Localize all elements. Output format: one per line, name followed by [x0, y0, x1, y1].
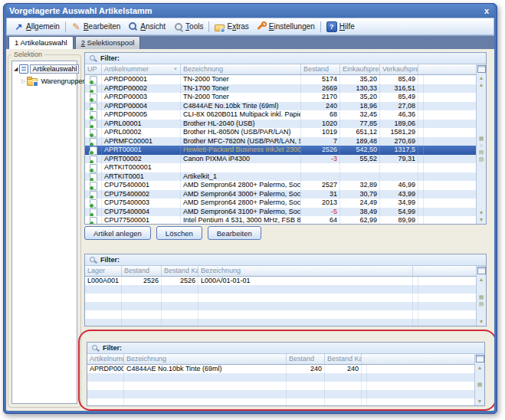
scroll-up-icon[interactable]: ▲	[477, 81, 486, 88]
table-row[interactable]: APRDP00005CLI-8X 0620B011 Multipack inkl…	[85, 110, 476, 120]
grid-tool-icon[interactable]: ▦	[475, 381, 484, 388]
table-row[interactable]: APRDP00002TN-1700 Toner2669130,33316,51	[85, 84, 476, 94]
column-chooser-icon[interactable]	[477, 267, 486, 274]
grid-side-strip[interactable]: ▲▦▤▼	[476, 266, 486, 326]
table-row[interactable]: CPU77500001Intel Pentium 4 531, 3000 MHz…	[85, 216, 476, 224]
cell: 43,99	[380, 190, 418, 199]
l-schen-button[interactable]: Löschen	[156, 226, 202, 240]
cell: 542,50	[340, 146, 380, 155]
menu-item-ansicht[interactable]: Ansicht	[124, 20, 169, 33]
column-header-bestand-kalk[interactable]: Bestand Kalk..	[325, 354, 362, 364]
cell	[85, 128, 102, 137]
menu-item-label: Allgemein	[26, 22, 60, 31]
cell	[124, 382, 287, 390]
cell	[198, 319, 413, 326]
column-header-artikelnummer[interactable]: Artikelnummer▼	[102, 64, 181, 74]
table-row[interactable]: APRT00001Hewlett-Packard Business InkJet…	[85, 146, 476, 155]
scroll-down-icon[interactable]: ▼	[477, 216, 486, 223]
table-row[interactable]: APRL00002Brother HL-8050N (USB/PAR/LAN)1…	[85, 128, 476, 137]
detail-grid[interactable]: Filter:ArtikelnummerBezeichnungBestandBe…	[87, 342, 485, 406]
table-row[interactable]: APRT00002Canon PIXMA iP4300-355,5279,31	[85, 155, 476, 164]
grid-header-row[interactable]: ArtikelnummerBezeichnungBestandBestand K…	[87, 354, 474, 365]
table-row[interactable]: CPU75400002AMD Sempron64 3000+ Palermo, …	[85, 190, 476, 199]
cell	[124, 390, 287, 399]
grid-filter-row[interactable]: Filter:	[85, 254, 486, 266]
table-row[interactable]	[85, 310, 476, 319]
table-row[interactable]	[85, 319, 476, 326]
close-icon[interactable]: x	[482, 6, 491, 15]
table-row[interactable]	[85, 285, 476, 294]
bearbeiten-button[interactable]: Bearbeiten	[208, 226, 261, 240]
expand-arrow-icon[interactable]: ▷	[21, 78, 25, 84]
table-row[interactable]: CPU75400003AMD Sempron64 2800+ Palermo, …	[85, 199, 476, 208]
table-row[interactable]	[87, 373, 474, 382]
column-header-einkaufspreis[interactable]: Einkaufspreis	[340, 64, 380, 74]
grid-tool-icon[interactable]: ▨	[477, 156, 486, 162]
grid-tool-icon[interactable]: ▦	[477, 135, 486, 142]
scroll-down-icon[interactable]: ▼	[477, 209, 486, 216]
title-bar[interactable]: Vorgelagerte Auswahl Artikelstamm x	[6, 4, 494, 18]
column-header-bezeichnung[interactable]: Bezeichnung	[181, 64, 301, 74]
table-row[interactable]	[85, 294, 476, 302]
menu-item-einstellungen[interactable]: Einstellungen	[253, 20, 319, 33]
tree-item-artikelauswahl[interactable]: ◢Artikelauswahl	[12, 64, 77, 74]
table-row[interactable]	[87, 399, 474, 405]
column-chooser-icon[interactable]	[476, 355, 484, 363]
column-header-bezeichnung[interactable]: Bezeichnung	[198, 266, 413, 276]
grid-tool-icon[interactable]: ▤	[477, 149, 486, 156]
scroll-up-icon[interactable]: ▲	[477, 74, 486, 81]
menu-item-allgemein[interactable]: ↗Allgemein	[10, 20, 64, 33]
scroll-down-icon[interactable]: ▼	[475, 398, 484, 405]
table-row[interactable]: L000A00125262526L000A/01-01-01	[85, 277, 476, 285]
column-header-verkaufspreis[interactable]: Verkaufspreis	[380, 64, 418, 74]
column-chooser-icon[interactable]	[477, 65, 486, 73]
table-row[interactable]	[87, 390, 474, 399]
column-header-lager[interactable]: Lager	[85, 266, 122, 276]
scroll-up-icon[interactable]: ▲	[475, 364, 484, 371]
column-header-bestand[interactable]: Bestand	[301, 64, 340, 74]
table-row[interactable]: APRDP00004C4844AE No.10bk Tinte (69ml)24…	[87, 365, 474, 373]
column-header-bestand-kalk[interactable]: Bestand Kalk..	[162, 266, 198, 276]
articles-grid[interactable]: Filter:UPArtikelnummer▼BezeichnungBestan…	[84, 52, 487, 225]
scroll-up-icon[interactable]: ▲	[477, 276, 486, 283]
grid-header-row[interactable]: LagerBestandBestand Kalk..Bezeichnung	[85, 266, 476, 277]
lager-grid[interactable]: Filter:LagerBestandBestand Kalk..Bezeich…	[84, 254, 487, 326]
collapse-arrow-icon[interactable]: ◢	[14, 66, 18, 72]
hilfe-icon: ?	[326, 21, 337, 32]
cell	[85, 190, 102, 199]
column-header-artikelnummer[interactable]: Artikelnummer	[87, 354, 124, 364]
column-header-bestand[interactable]: Bestand	[122, 266, 162, 276]
menu-item-hilfe[interactable]: ?Hilfe	[323, 20, 359, 34]
table-row[interactable]: APRDP00004C4844AE No.10bk Tinte (69ml)24…	[85, 102, 476, 111]
tab-1-artikelauswahl[interactable]: 1 Artikelauswahl	[8, 36, 74, 49]
grid-side-strip[interactable]: ▲▦▼	[474, 354, 484, 405]
grid-filter-row[interactable]: Filter:	[87, 343, 484, 354]
grid-tool-icon[interactable]: ○	[477, 142, 486, 149]
table-row[interactable]: ARTKIT0001Artikelkit_1	[85, 172, 476, 182]
grid-tool-icon[interactable]: ▦	[477, 294, 486, 300]
menu-item-extras[interactable]: Extras	[211, 19, 252, 34]
grid-filter-row[interactable]: Filter:	[85, 53, 486, 64]
table-row[interactable]: APRL00001Brother HL-2040 (USB)102077,851…	[85, 120, 476, 129]
menu-item-tools[interactable]: Tools	[169, 20, 207, 33]
artikel-anlegen-button[interactable]: Artikel anlegen	[84, 226, 151, 240]
table-row[interactable]: APRDP00001TN-2000 Toner517435,2085,49	[85, 75, 476, 84]
table-row[interactable]	[87, 382, 474, 390]
grid-tool-icon[interactable]: ▤	[477, 300, 486, 307]
tree-item-warengruppen[interactable]: ▷Warengruppen	[12, 77, 77, 86]
scroll-down-icon[interactable]: ▼	[477, 318, 486, 325]
tab-2-selektionspool[interactable]: 2 Selektionspool	[75, 36, 141, 49]
menu-item-bearbeiten[interactable]: ✎Bearbeiten	[67, 20, 124, 33]
column-header-up[interactable]: UP	[85, 64, 102, 74]
grid-side-strip[interactable]: ▲▲▦○▤▨▼▼	[476, 64, 486, 224]
table-row[interactable]: CPU75400004AMD Sempron64 3100+ Palermo, …	[85, 208, 476, 217]
table-row[interactable]: ARTKIT000001	[85, 163, 476, 172]
table-row[interactable]	[85, 302, 476, 310]
column-header-bestand[interactable]: Bestand	[287, 354, 325, 364]
table-row[interactable]: APRMFC00001Brother MFC-7820N (USB/PAR/LA…	[85, 137, 476, 146]
grid-header-row[interactable]: UPArtikelnummer▼BezeichnungBestandEinkau…	[85, 64, 476, 75]
table-row[interactable]: CPU75400001AMD Sempron64 2800+ Palermo, …	[85, 181, 476, 190]
table-row[interactable]: APRDP00003TN-2000 Toner217035,2085,49	[85, 93, 476, 102]
column-header-bezeichnung[interactable]: Bezeichnung	[124, 354, 287, 364]
cell: TN-2000 Toner	[181, 93, 301, 102]
